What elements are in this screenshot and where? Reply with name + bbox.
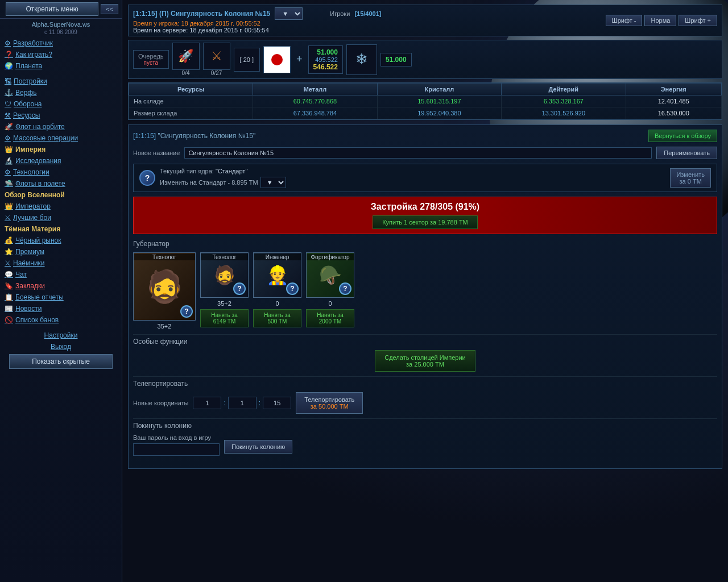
sidebar-item-emperor[interactable]: 👑 Император [0,201,122,212]
col-header-crystal: Кристалл [377,84,501,95]
governor-tech-level: 35+2 [217,300,231,307]
time-server-value: 18 декабря 2015 г. 00:55:54 [189,27,268,34]
new-name-input[interactable] [184,147,652,159]
sidebar-item-settings[interactable]: Настройки [0,330,122,341]
players-count: [15/4001] [354,10,381,17]
divider5 [133,418,717,419]
col-header-resources: Ресурсы [129,84,253,95]
coord-sep-2: : [259,399,260,407]
anchor-icon: ⚓ [5,89,13,97]
teleport-section: Телепортировать Новые координаты : : Тел… [133,379,717,414]
sidebar-item-news[interactable]: 📰 Новости [0,303,122,314]
sidebar-item-premium[interactable]: ⭐ Премиум [0,246,122,257]
mercenaries-icon: ⚔ [5,259,11,267]
back-to-overview-button[interactable]: Вернуться к обзору [648,130,717,142]
core-select[interactable]: ▼ [260,177,286,188]
sidebar-item-bookmarks[interactable]: 🔖 Закладки [0,280,122,292]
leave-section: Покинуть колонию Ваш пароль на вход в иг… [133,421,717,459]
sidebar-item-black-market[interactable]: 💰 Чёрный рынок [0,235,122,246]
sidebar-section-dark-matter[interactable]: Тёмная Материя [0,223,122,235]
password-input[interactable] [133,443,220,456]
governor-main-card: Технолог 🧔 ? 35+2 [133,252,196,330]
row-label-maxstorage: Размер склада [129,107,253,119]
sidebar-item-best-battles[interactable]: ⚔ Лучшие бои [0,212,122,223]
panel-coords[interactable]: [1:1:15] [133,132,156,140]
row-label-storage: На складе [129,95,253,107]
empire-capital-button[interactable]: Сделать столицей Империи за 25.000 ТМ [375,350,475,372]
col-header-deuterium: Дейтерий [502,84,626,95]
sidebar-item-resources[interactable]: ⚒ Ресурсы [0,110,122,121]
sidebar-item-defense[interactable]: 🛡 Оборона [0,98,122,110]
maxstorage-crystal: 19.952.040.380 [377,107,501,119]
sidebar-item-technology[interactable]: ⚙ Технологии [0,167,122,178]
sidebar-item-battle-reports[interactable]: 📋 Боевые отчеты [0,292,122,303]
teleport-button[interactable]: Телепортировать за 50.000 ТМ [296,392,363,414]
sidebar-section-overview[interactable]: Обзор Вселенной [0,189,122,201]
open-menu-button[interactable]: Открепить меню [6,2,98,16]
crystal-amount: 495.522 [313,56,338,63]
hire-eng-button[interactable]: Нанять за 500 ТМ [253,309,301,327]
sidebar-item-howtoplay[interactable]: ❓ Как играть? [0,49,122,60]
governor-tech-portrait: Технолог 🧔 ? [200,252,249,298]
storage-deuterium: 6.353.328.167 [502,95,626,107]
rocket-icon: 🚀 [5,123,13,131]
queue-empty: пуста [138,60,164,66]
storage-crystal: 15.601.315.197 [377,95,501,107]
governor-fort-question-icon[interactable]: ? [339,282,351,295]
leave-colony-button[interactable]: Покинуть колонию [224,440,292,454]
sidebar-item-developer[interactable]: ⚙ Разработчик [0,38,122,49]
hire-fort-button[interactable]: Нанять за 2000 ТМ [306,309,354,327]
password-label: Ваш пароль на вход в игру [133,434,220,441]
sidebar-item-logout[interactable]: Выход [0,341,122,352]
maxstorage-deuterium: 13.301.526.920 [502,107,626,119]
coord-1-input[interactable] [193,397,221,409]
sidebar-item-fleet-orbit[interactable]: 🚀 Флот на орбите [0,121,122,132]
sidebar-item-research[interactable]: 🔬 Исследования [0,155,122,167]
sidebar-item-fleets-flight[interactable]: 🛸 Флоты в полете [0,178,122,189]
sidebar-item-chat[interactable]: 💬 Чат [0,269,122,280]
sidebar-section-empire[interactable]: 👑 Империя [0,144,122,155]
queue-box: Очередь пуста [133,50,169,69]
sidebar-item-planet[interactable]: 🌍 Планета [0,60,122,72]
shield-icon: 🛡 [5,100,11,108]
sidebar-item-mercenaries[interactable]: ⚔ Наёмники [0,257,122,269]
font-normal-button[interactable]: Норма [644,15,676,26]
sidebar-item-mass-ops[interactable]: ⚙ Массовые операции [0,132,122,144]
research-icon: 🔬 [5,157,13,165]
queue-label: Очередь [138,53,164,60]
sidebar-item-buildings[interactable]: 🏗 Постройки [0,76,122,87]
coord-3-input[interactable] [263,397,291,409]
coord-2-input[interactable] [228,397,257,409]
governor-portrait: Технолог 🧔 ? [133,252,196,321]
developer-icon: ⚙ [5,39,11,47]
fleet-icon[interactable]: 🚀 [172,43,200,70]
bracket-20: [ 20 ] [234,48,260,72]
planet-selector[interactable]: ▼ [275,7,303,20]
sidebar-collapse-button[interactable]: << [101,4,118,14]
panel-header: [1:1:15] "Сингулярность Колония №15" Вер… [133,130,717,142]
sidebar-item-shipyard[interactable]: ⚓ Верфь [0,87,122,98]
hire-tech-button[interactable]: Нанять за 6149 ТМ [200,309,249,327]
governor-eng-card: Инженер 👷 ? 0 Нанять за 500 ТМ [253,252,301,330]
change-core-button[interactable]: Изменить за 0 ТМ [670,168,711,188]
divider4 [133,376,717,377]
energy-numbers: 51.000 [380,53,412,66]
buy-sector-button[interactable]: Купить 1 сектор за 19.788 ТМ [373,215,478,229]
flag-icon[interactable] [263,46,291,73]
governor-eng-portrait: Инженер 👷 ? [253,252,301,298]
governor-question-icon[interactable]: ? [180,305,193,318]
governor-eng-question-icon[interactable]: ? [286,282,299,295]
sidebar-item-ban-list[interactable]: 🚫 Список банов [0,314,122,326]
font-minus-button[interactable]: Шрифт - [606,15,643,26]
energy-icon[interactable]: ❄ [346,44,377,75]
rename-button[interactable]: Переименовать [656,147,717,159]
font-plus-button[interactable]: Шрифт + [679,15,717,26]
leave-section-title: Покинуть колонию [133,421,717,431]
core-row: ? Текущий тип ядра: "Стандарт" Изменить … [133,164,717,192]
governor-fort-level: 0 [328,300,332,307]
mission-icon[interactable]: ⚔ [203,43,230,70]
governor-tech-question-icon[interactable]: ? [233,282,246,295]
rename-row: Новое название Переименовать [133,147,717,159]
emperor-icon: 👑 [5,202,13,210]
show-hidden-button[interactable]: Показать скрытые [9,354,113,369]
